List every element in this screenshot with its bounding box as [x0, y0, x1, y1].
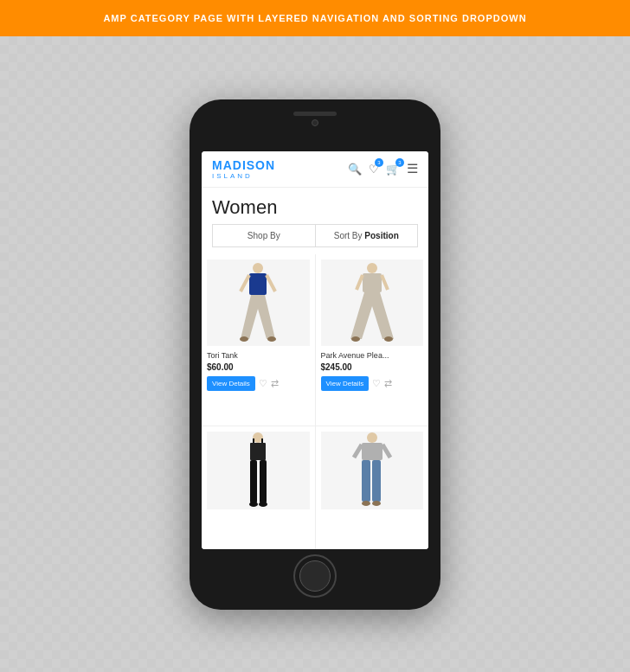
phone-home-button[interactable] — [293, 554, 337, 598]
product-image — [207, 432, 310, 509]
product-card: Tori Tank $60.00 View Details ♡ ⇄ — [202, 254, 315, 426]
search-icon[interactable]: 🔍 — [348, 163, 362, 176]
product-figure — [346, 432, 398, 509]
view-details-button[interactable]: View Details — [321, 376, 370, 391]
brand-name: MADISON — [212, 158, 275, 172]
background: MADISON ISLAND 🔍 ♡ 3 🛒 3 ☰ W — [0, 36, 630, 672]
sort-by-prefix: Sort By — [334, 231, 365, 240]
svg-line-9 — [382, 275, 388, 290]
svg-rect-14 — [250, 460, 257, 503]
wishlist-action-icon[interactable]: ♡ — [372, 378, 381, 389]
product-image — [321, 259, 424, 346]
svg-point-4 — [240, 336, 248, 342]
header-icons: 🔍 ♡ 3 🛒 3 ☰ — [348, 161, 418, 176]
cart-badge: 3 — [395, 158, 404, 167]
sort-by-value: Position — [364, 231, 398, 240]
svg-point-10 — [351, 336, 360, 342]
app-header: MADISON ISLAND 🔍 ♡ 3 🛒 3 ☰ — [202, 151, 428, 188]
phone-frame: MADISON ISLAND 🔍 ♡ 3 🛒 3 ☰ W — [190, 99, 440, 610]
phone-camera — [312, 119, 318, 126]
svg-point-11 — [384, 336, 393, 342]
view-details-button[interactable]: View Details — [207, 376, 255, 391]
page-title: Women — [202, 188, 428, 224]
product-card — [202, 426, 315, 549]
product-image — [321, 432, 424, 509]
svg-point-0 — [253, 263, 263, 273]
product-card: Park Avenue Plea... $245.00 View Details… — [316, 254, 429, 426]
phone-screen: MADISON ISLAND 🔍 ♡ 3 🛒 3 ☰ W — [202, 151, 428, 549]
shop-by-button[interactable]: Shop By — [213, 225, 315, 246]
cart-icon[interactable]: 🛒 3 — [386, 163, 400, 176]
svg-point-5 — [267, 336, 276, 342]
svg-rect-13 — [250, 443, 266, 460]
svg-rect-1 — [249, 273, 267, 295]
svg-rect-25 — [372, 460, 381, 502]
product-figure — [232, 261, 284, 343]
product-price: $245.00 — [321, 362, 424, 372]
banner-text: AMP CATEGORY PAGE WITH LAYERED NAVIGATIO… — [103, 13, 526, 23]
phone-home-inner — [299, 560, 331, 592]
product-figure — [235, 432, 282, 509]
wishlist-action-icon[interactable]: ♡ — [259, 378, 267, 389]
svg-line-8 — [357, 275, 363, 290]
product-card — [316, 426, 429, 549]
product-image — [207, 259, 310, 346]
brand-logo: MADISON ISLAND — [212, 158, 275, 180]
svg-point-18 — [249, 502, 258, 507]
products-grid: Tori Tank $60.00 View Details ♡ ⇄ — [202, 254, 428, 549]
phone-speaker — [293, 112, 337, 116]
product-actions: View Details ♡ ⇄ — [321, 376, 424, 391]
svg-line-23 — [382, 445, 390, 458]
brand-sub: ISLAND — [212, 172, 253, 180]
product-name: Park Avenue Plea... — [321, 351, 424, 360]
svg-rect-21 — [362, 443, 382, 460]
svg-point-6 — [367, 263, 377, 273]
svg-rect-15 — [260, 460, 267, 503]
menu-icon[interactable]: ☰ — [407, 161, 418, 176]
svg-point-19 — [259, 502, 267, 507]
svg-line-3 — [267, 275, 275, 291]
wishlist-icon[interactable]: ♡ 3 — [369, 163, 379, 176]
sort-by-button[interactable]: Sort By Position — [315, 225, 418, 246]
compare-action-icon[interactable]: ⇄ — [271, 378, 279, 389]
product-figure — [346, 261, 398, 343]
svg-line-2 — [241, 275, 249, 291]
compare-action-icon[interactable]: ⇄ — [384, 378, 392, 389]
svg-point-26 — [362, 501, 370, 506]
product-price: $60.00 — [207, 362, 310, 372]
product-actions: View Details ♡ ⇄ — [207, 376, 310, 391]
svg-point-20 — [367, 432, 377, 443]
phone-top — [293, 112, 337, 126]
top-banner: AMP CATEGORY PAGE WITH LAYERED NAVIGATIO… — [0, 0, 630, 36]
filter-bar: Shop By Sort By Position — [212, 224, 418, 247]
wishlist-badge: 3 — [375, 158, 383, 167]
svg-rect-24 — [362, 460, 370, 502]
svg-point-27 — [372, 501, 381, 506]
product-name: Tori Tank — [207, 351, 310, 360]
svg-rect-7 — [363, 273, 382, 292]
svg-line-22 — [354, 445, 362, 458]
